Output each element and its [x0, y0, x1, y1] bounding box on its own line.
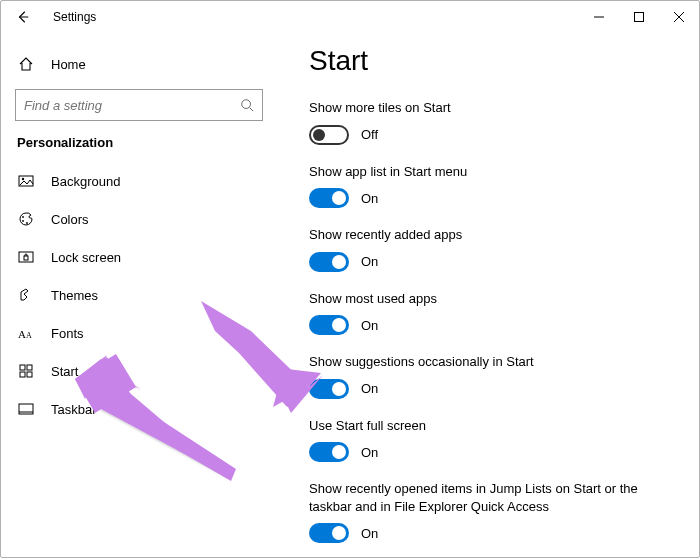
toggle-jump-lists[interactable]	[309, 523, 349, 543]
svg-rect-17	[27, 365, 32, 370]
nav-item-label: Lock screen	[51, 250, 121, 265]
palette-icon	[17, 210, 35, 228]
svg-point-5	[242, 100, 251, 109]
setting-label: Show recently opened items in Jump Lists…	[309, 480, 679, 515]
nav-home-label: Home	[51, 57, 86, 72]
search-input[interactable]	[24, 98, 240, 113]
svg-point-9	[22, 216, 24, 218]
content-container: Home Personalization Background Colors L…	[1, 33, 699, 557]
setting-jump-lists: Show recently opened items in Jump Lists…	[309, 480, 679, 543]
nav-lock-screen[interactable]: Lock screen	[9, 238, 273, 276]
nav-item-label: Fonts	[51, 326, 84, 341]
nav-item-label: Start	[51, 364, 78, 379]
setting-label: Show most used apps	[309, 290, 679, 308]
svg-point-8	[22, 178, 24, 180]
themes-icon	[17, 286, 35, 304]
nav-item-label: Background	[51, 174, 120, 189]
setting-label: Show app list in Start menu	[309, 163, 679, 181]
svg-rect-19	[27, 372, 32, 377]
back-button[interactable]	[9, 3, 37, 31]
category-header: Personalization	[9, 131, 273, 162]
svg-text:A: A	[18, 328, 26, 340]
toggle-app-list[interactable]	[309, 188, 349, 208]
minimize-icon	[594, 12, 604, 22]
setting-label: Show more tiles on Start	[309, 99, 679, 117]
svg-point-11	[26, 222, 28, 224]
taskbar-icon	[17, 400, 35, 418]
nav-taskbar[interactable]: Taskbar	[9, 390, 273, 428]
nav-fonts[interactable]: AA Fonts	[9, 314, 273, 352]
close-button[interactable]	[659, 3, 699, 31]
window-title: Settings	[53, 10, 96, 24]
toggle-state: On	[361, 381, 378, 396]
svg-rect-2	[635, 13, 644, 22]
search-icon	[240, 98, 254, 112]
toggle-recently-added[interactable]	[309, 252, 349, 272]
nav-colors[interactable]: Colors	[9, 200, 273, 238]
nav-item-label: Taskbar	[51, 402, 97, 417]
svg-text:A: A	[26, 331, 32, 340]
toggle-suggestions[interactable]	[309, 379, 349, 399]
setting-full-screen: Use Start full screen On	[309, 417, 679, 463]
picture-icon	[17, 172, 35, 190]
toggle-more-tiles[interactable]	[309, 125, 349, 145]
svg-rect-16	[20, 365, 25, 370]
fonts-icon: AA	[17, 324, 35, 342]
setting-recently-added: Show recently added apps On	[309, 226, 679, 272]
toggle-full-screen[interactable]	[309, 442, 349, 462]
start-icon	[17, 362, 35, 380]
toggle-state: On	[361, 445, 378, 460]
setting-label: Show suggestions occasionally in Start	[309, 353, 679, 371]
toggle-state: On	[361, 254, 378, 269]
toggle-state: Off	[361, 127, 378, 142]
setting-label: Use Start full screen	[309, 417, 679, 435]
setting-more-tiles: Show more tiles on Start Off	[309, 99, 679, 145]
titlebar: Settings	[1, 1, 699, 33]
toggle-state: On	[361, 318, 378, 333]
svg-point-10	[22, 220, 24, 222]
svg-line-6	[250, 108, 254, 112]
svg-rect-18	[20, 372, 25, 377]
svg-rect-13	[24, 256, 28, 260]
setting-label: Show recently added apps	[309, 226, 679, 244]
nav-background[interactable]: Background	[9, 162, 273, 200]
setting-most-used: Show most used apps On	[309, 290, 679, 336]
nav-item-label: Colors	[51, 212, 89, 227]
search-box[interactable]	[15, 89, 263, 121]
minimize-button[interactable]	[579, 3, 619, 31]
toggle-state: On	[361, 526, 378, 541]
sidebar: Home Personalization Background Colors L…	[1, 33, 273, 557]
back-arrow-icon	[16, 10, 30, 24]
setting-suggestions: Show suggestions occasionally in Start O…	[309, 353, 679, 399]
nav-start[interactable]: Start	[9, 352, 273, 390]
nav-home[interactable]: Home	[9, 45, 273, 83]
maximize-icon	[634, 12, 644, 22]
close-icon	[674, 12, 684, 22]
home-icon	[17, 55, 35, 73]
setting-app-list: Show app list in Start menu On	[309, 163, 679, 209]
nav-themes[interactable]: Themes	[9, 276, 273, 314]
lock-screen-icon	[17, 248, 35, 266]
nav-item-label: Themes	[51, 288, 98, 303]
maximize-button[interactable]	[619, 3, 659, 31]
toggle-most-used[interactable]	[309, 315, 349, 335]
content-pane: Start Show more tiles on Start Off Show …	[273, 33, 699, 557]
page-title: Start	[309, 45, 679, 77]
toggle-state: On	[361, 191, 378, 206]
